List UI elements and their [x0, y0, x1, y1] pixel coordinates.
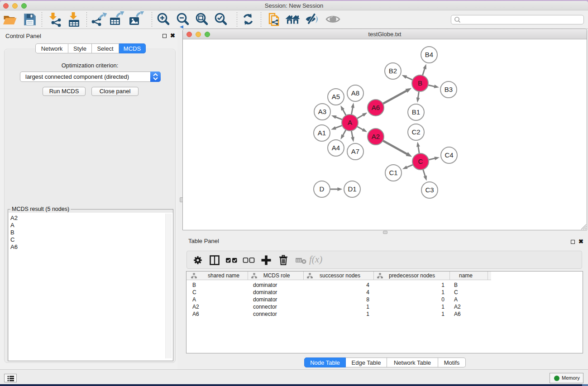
svg-text:A8: A8 [351, 89, 359, 97]
svg-text:A6: A6 [372, 104, 380, 111]
svg-text:C1: C1 [389, 169, 397, 176]
svg-text:D1: D1 [348, 185, 356, 193]
svg-text:C3: C3 [425, 186, 434, 194]
svg-text:B3: B3 [445, 86, 453, 93]
svg-text:C: C [418, 157, 423, 165]
svg-text:A: A [348, 119, 352, 126]
svg-text:C4: C4 [445, 151, 453, 159]
svg-text:f(x): f(x) [309, 254, 322, 265]
svg-text:A1: A1 [318, 129, 326, 137]
svg-text:C2: C2 [411, 128, 420, 136]
svg-text:A7: A7 [351, 148, 359, 155]
svg-text:D: D [320, 185, 325, 193]
svg-text:A4: A4 [332, 144, 340, 152]
svg-text:B: B [418, 79, 422, 87]
svg-text:B1: B1 [412, 108, 420, 116]
svg-text:A3: A3 [318, 108, 326, 115]
svg-text:A5: A5 [332, 93, 340, 100]
svg-text:B2: B2 [389, 67, 397, 75]
svg-text:B4: B4 [425, 51, 433, 58]
svg-text:A2: A2 [372, 133, 380, 140]
